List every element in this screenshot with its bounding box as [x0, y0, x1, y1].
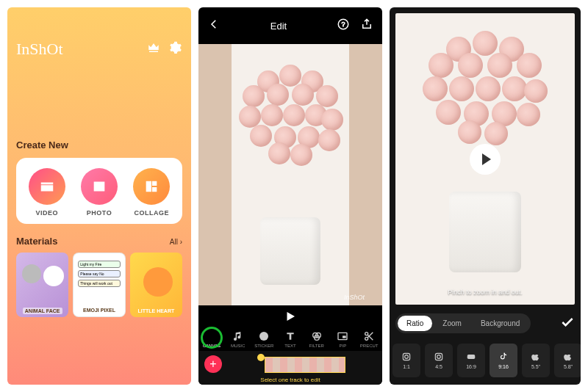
create-collage-button[interactable]: COLLAGE	[133, 168, 170, 217]
apple-icon	[531, 352, 541, 362]
create-video-label: VIDEO	[35, 209, 58, 217]
tool-text[interactable]: TEXT	[279, 330, 302, 348]
play-button[interactable]	[198, 305, 382, 327]
instagram-icon	[434, 352, 444, 362]
svg-rect-7	[343, 335, 346, 338]
svg-point-13	[437, 355, 441, 359]
ratio-5-5[interactable]: 5.5"	[522, 344, 550, 377]
material-preview: Light my Fire Please say No Things will …	[78, 261, 120, 287]
youtube-icon	[466, 352, 476, 362]
home-header: InShOt	[16, 40, 182, 59]
create-video-button[interactable]: VIDEO	[29, 168, 65, 217]
crown-icon[interactable]	[147, 41, 160, 57]
svg-rect-10	[403, 353, 409, 360]
tiktok-icon	[498, 352, 509, 362]
canvas-preview[interactable]: Pinch to zoom in and out.	[395, 13, 575, 305]
svg-rect-14	[467, 355, 476, 359]
tab-zoom[interactable]: Zoom	[434, 316, 470, 331]
share-icon[interactable]	[360, 18, 373, 34]
preview-content	[449, 192, 521, 272]
tool-pip[interactable]: PIP	[331, 330, 355, 348]
materials-header: Materials All ›	[16, 236, 182, 247]
add-button[interactable]: +	[204, 355, 222, 373]
material-animal-face[interactable]: ANIMAL FACE	[16, 253, 68, 317]
apple-icon	[563, 352, 573, 362]
pinch-hint: Pinch to zoom in and out.	[448, 288, 523, 296]
materials-strip[interactable]: ANIMAL FACE Light my Fire Please say No …	[16, 253, 182, 317]
gear-icon[interactable]	[169, 41, 182, 57]
create-photo-label: PHOTO	[87, 209, 112, 217]
header-icons	[147, 41, 182, 57]
app-logo: InShOt	[16, 40, 63, 59]
create-new-title: Create New	[16, 139, 182, 150]
play-button[interactable]	[470, 144, 501, 175]
back-button[interactable]	[207, 18, 220, 34]
screen-home: InShOt Create New VIDEO PHOTO COLLAGE Ma…	[7, 7, 191, 385]
create-collage-label: COLLAGE	[135, 209, 170, 217]
tool-canvas[interactable]: CANVAS	[200, 330, 223, 348]
tab-ratio[interactable]: Ratio	[398, 316, 432, 331]
canvas-tabs: Ratio Zoom Background	[390, 311, 581, 336]
ratio-5-8[interactable]: 5.8"	[554, 344, 581, 377]
material-emoji-pixel[interactable]: Light my Fire Please say No Things will …	[73, 253, 125, 317]
timeline[interactable]: + Select one track to edit	[198, 351, 382, 385]
preview-content	[239, 65, 342, 160]
tab-background[interactable]: Background	[472, 316, 528, 331]
instagram-icon	[401, 352, 412, 362]
header-actions: ?	[337, 18, 373, 34]
material-label: EMOJI PIXEL	[81, 307, 118, 313]
image-icon	[81, 168, 118, 205]
svg-text:?: ?	[341, 21, 345, 28]
svg-point-2	[259, 332, 268, 341]
ratio-4-5[interactable]: 4:5	[425, 344, 453, 377]
material-label: LITTLE HEART	[135, 308, 176, 314]
ratio-options[interactable]: 1:1 4:5 16:9 9:16 5.5" 5.8"	[390, 336, 581, 385]
tool-filter[interactable]: FILTER	[305, 330, 329, 348]
svg-rect-12	[435, 353, 442, 360]
create-new-card: VIDEO PHOTO COLLAGE	[16, 158, 182, 224]
confirm-button[interactable]	[560, 315, 575, 333]
timeline-clip[interactable]	[265, 357, 345, 373]
materials-title: Materials	[16, 236, 57, 247]
tab-group: Ratio Zoom Background	[395, 313, 531, 333]
watermark[interactable]: InShOt	[344, 294, 365, 301]
screen-canvas: Pinch to zoom in and out. Ratio Zoom Bac…	[390, 7, 581, 385]
tool-sticker[interactable]: STICKER	[252, 330, 276, 348]
tool-row: CANVAS MUSIC STICKER TEXT FILTER PIP PRE…	[198, 327, 382, 351]
edit-header: Edit ?	[198, 7, 382, 44]
screen-edit: Edit ? InShOt CANVAS MUSIC STICKER TEXT …	[198, 7, 382, 385]
material-little-heart[interactable]: LITTLE HEART	[130, 253, 182, 317]
ratio-16-9[interactable]: 16:9	[457, 344, 485, 377]
preview-content	[423, 31, 548, 141]
materials-all-link[interactable]: All ›	[170, 238, 182, 246]
keyframe-dot[interactable]	[257, 354, 265, 361]
collage-icon	[133, 168, 170, 205]
clapperboard-icon	[29, 168, 65, 205]
tool-music[interactable]: MUSIC	[226, 330, 250, 348]
highlight-ring	[201, 327, 223, 349]
ratio-9-16[interactable]: 9:16	[490, 344, 517, 377]
ratio-1-1[interactable]: 1:1	[392, 344, 420, 377]
preview-content	[260, 217, 320, 285]
page-title: Edit	[270, 21, 287, 32]
video-preview[interactable]: InShOt	[198, 44, 382, 305]
material-label: ANIMAL FACE	[23, 308, 62, 314]
help-icon[interactable]: ?	[337, 18, 350, 34]
create-photo-button[interactable]: PHOTO	[81, 168, 118, 217]
timeline-hint: Select one track to edit	[198, 377, 382, 383]
svg-point-11	[405, 355, 409, 359]
tool-precut[interactable]: PRECUT	[357, 330, 381, 348]
